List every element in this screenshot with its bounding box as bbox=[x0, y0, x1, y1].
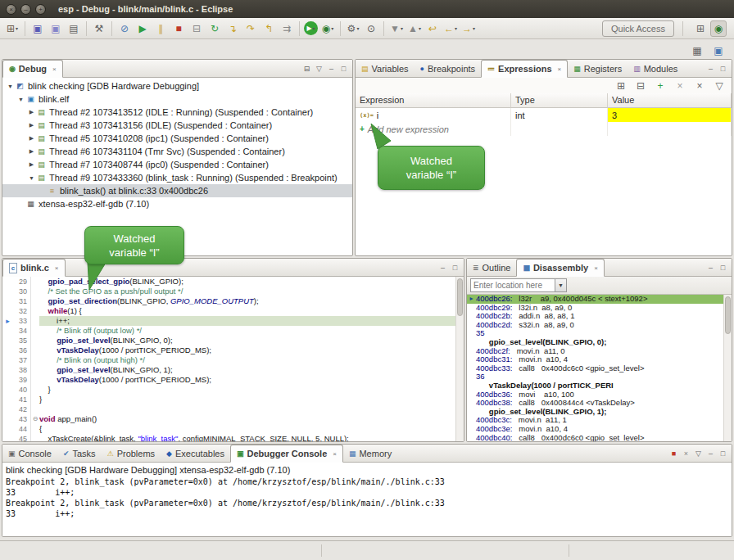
debug-tree-item[interactable]: ▦xtensa-esp32-elf-gdb (7.10) bbox=[2, 197, 352, 210]
disassembly-tab-outline[interactable]: ≣Outline bbox=[467, 259, 516, 276]
disassembly-line[interactable]: 400dbc2d: s32i.n a8, a9, 0 bbox=[467, 321, 723, 330]
maximize-view-icon[interactable]: □ bbox=[717, 261, 729, 273]
code-line[interactable]: 41} bbox=[2, 395, 455, 404]
expand-icon[interactable]: ▶ bbox=[27, 148, 36, 155]
collapse-icon[interactable]: ▼ bbox=[16, 97, 25, 102]
collapse-icon[interactable]: ▼ bbox=[27, 175, 36, 181]
code-line[interactable]: 40 } bbox=[2, 385, 455, 395]
console-tab-problems[interactable]: ⚠Problems bbox=[102, 445, 161, 462]
location-input[interactable] bbox=[470, 278, 555, 292]
minimize-view-icon[interactable]: – bbox=[325, 62, 338, 75]
tab-close-icon[interactable]: × bbox=[558, 65, 562, 73]
step-into-icon[interactable]: ↴ bbox=[224, 20, 241, 37]
expressions-tab-breakpoints[interactable]: ●Breakpoints bbox=[415, 60, 482, 77]
disassembly-line[interactable]: gpio_set_level(BLINK_GPIO, 0); bbox=[467, 338, 723, 347]
minimize-view-icon[interactable]: – bbox=[705, 447, 717, 459]
expressions-tab-variables[interactable]: ▤Variables bbox=[356, 60, 415, 77]
code-line[interactable]: 37 /* Blink on (output high) */ bbox=[2, 355, 455, 365]
debug-icon[interactable]: ◉▾ bbox=[319, 20, 336, 37]
collapse-all-icon[interactable]: ⊟ bbox=[632, 78, 649, 94]
disconnect-icon[interactable]: ⊟ bbox=[188, 20, 205, 37]
code-line[interactable]: 34 /* Blink off (output low) */ bbox=[2, 326, 455, 336]
print-icon[interactable]: ▤ bbox=[66, 20, 82, 37]
resume-icon[interactable]: ▶ bbox=[134, 20, 151, 37]
terminate-console-icon[interactable]: ■ bbox=[668, 447, 680, 459]
debug-tree-item[interactable]: ≡blink_task() at blink.c:33 0x400dbc26 bbox=[2, 184, 352, 197]
code-line[interactable]: ▸33 i++; bbox=[2, 316, 455, 326]
expressions-tab-modules[interactable]: ▥Modules bbox=[628, 60, 683, 77]
show-types-icon[interactable]: ⊞ bbox=[613, 78, 629, 94]
debug-tree-item[interactable]: ▼▣blink.elf bbox=[2, 93, 352, 106]
editor-scrollbar[interactable] bbox=[455, 277, 464, 441]
debug-view-menu-icon[interactable]: ▽ bbox=[313, 62, 325, 75]
debug-tab-debug[interactable]: ◉Debug× bbox=[2, 60, 63, 78]
build-icon[interactable]: ⚒ bbox=[91, 20, 107, 37]
step-return-icon[interactable]: ↰ bbox=[261, 20, 277, 37]
disasm-content[interactable]: ▸400dbc26: l32r a9, 0x400d045c < stext+1… bbox=[467, 295, 723, 441]
console-view-menu-icon[interactable]: ▽ bbox=[692, 447, 705, 459]
remove-all-expressions-icon[interactable]: × bbox=[691, 78, 708, 94]
disasm-scrollbar[interactable] bbox=[723, 295, 732, 441]
code-line[interactable]: 29 gpio_pad_select_gpio(BLINK_GPIO); bbox=[2, 277, 455, 287]
editor-tab-blink-c[interactable]: cblink.c× bbox=[2, 259, 66, 277]
debug-tree-item[interactable]: ▶▤Thread #7 1073408744 (ipc0) (Suspended… bbox=[2, 158, 352, 171]
disasm-scrollbar-thumb[interactable] bbox=[725, 296, 731, 334]
tab-close-icon[interactable]: × bbox=[594, 264, 598, 272]
column-header-value[interactable]: Value bbox=[608, 93, 732, 108]
code-line[interactable]: 30 /* Set the GPIO as a push/pull output… bbox=[2, 287, 455, 296]
disassembly-line[interactable]: ▸400dbc26: l32r a9, 0x400d045c < stext+1… bbox=[467, 295, 723, 304]
window-close-button[interactable]: × bbox=[6, 4, 16, 15]
console-tab-memory[interactable]: ▦Memory bbox=[343, 445, 397, 462]
suspend-icon[interactable]: ∥ bbox=[152, 20, 169, 37]
code-line[interactable]: 39 vTaskDelay(1000 / portTICK_PERIOD_MS)… bbox=[2, 375, 455, 385]
search-icon[interactable]: ⊙ bbox=[363, 20, 379, 37]
expand-icon[interactable]: ▶ bbox=[27, 109, 36, 115]
editor-scrollbar-thumb[interactable] bbox=[457, 278, 463, 316]
remove-launch-icon[interactable]: × bbox=[680, 447, 692, 459]
fold-collapse-icon[interactable]: ⊖ bbox=[30, 414, 39, 424]
step-over-icon[interactable]: ↷ bbox=[242, 20, 259, 37]
collapse-all-icon[interactable]: ⊟ bbox=[301, 62, 313, 75]
perspective-button-1[interactable]: ▦ bbox=[689, 43, 705, 59]
previous-annotation-icon[interactable]: ▲▾ bbox=[406, 20, 423, 37]
debug-tree-item[interactable]: ▶▤Thread #6 1073431104 (Tmr Svc) (Suspen… bbox=[2, 145, 352, 158]
console-tab-executables[interactable]: ◆Executables bbox=[161, 445, 230, 462]
console-tab-debugger-console[interactable]: ▣Debugger Console× bbox=[230, 445, 343, 463]
code-line[interactable]: 44{ bbox=[2, 424, 455, 434]
column-header-type[interactable]: Type bbox=[511, 93, 608, 108]
expand-icon[interactable]: ▶ bbox=[27, 135, 36, 142]
tab-close-icon[interactable]: × bbox=[55, 264, 59, 272]
collapse-icon[interactable]: ▼ bbox=[6, 84, 15, 89]
back-icon[interactable]: ←▾ bbox=[442, 20, 459, 37]
code-line[interactable]: 43⊖void app_main() bbox=[2, 414, 455, 424]
window-minimize-button[interactable]: – bbox=[20, 4, 31, 15]
location-dropdown-icon[interactable]: ▼ bbox=[555, 278, 567, 292]
minimize-view-icon[interactable]: – bbox=[705, 261, 717, 273]
new-wizard-icon[interactable]: ⊞▾ bbox=[4, 20, 20, 37]
terminate-icon[interactable]: ■ bbox=[170, 20, 187, 37]
maximize-view-icon[interactable]: □ bbox=[717, 447, 729, 459]
editor-code[interactable]: 29 gpio_pad_select_gpio(BLINK_GPIO);30 /… bbox=[2, 277, 455, 441]
code-line[interactable]: 35 gpio_set_level(BLINK_GPIO, 0); bbox=[2, 336, 455, 345]
disassembly-line[interactable]: vTaskDelay(1000 / portTICK_PERI bbox=[467, 382, 723, 391]
add-expression-icon[interactable]: + bbox=[652, 78, 668, 94]
disassembly-line[interactable]: 400dbc3e: movi.n a10, 4 bbox=[467, 425, 723, 434]
code-line[interactable]: 45 xTaskCreate(&blink_task, "blink_task"… bbox=[2, 434, 455, 441]
expand-icon[interactable]: ▶ bbox=[27, 161, 36, 168]
run-icon[interactable]: ▶▾ bbox=[304, 21, 318, 35]
minimize-view-icon[interactable]: – bbox=[437, 261, 449, 273]
maximize-view-icon[interactable]: □ bbox=[717, 62, 729, 75]
disassembly-line[interactable]: 400dbc40: call8 0x400dc6c0 <gpio_set_lev… bbox=[467, 434, 723, 442]
window-maximize-button[interactable]: + bbox=[35, 4, 46, 15]
external-tools-icon[interactable]: ⚙▾ bbox=[345, 20, 361, 37]
perspective-button-2[interactable]: ▣ bbox=[710, 43, 727, 59]
console-content[interactable]: blink checking [GDB Hardware Debugging] … bbox=[2, 463, 732, 536]
last-edit-location-icon[interactable]: ↩ bbox=[424, 20, 441, 37]
debug-tree-item[interactable]: ▶▤Thread #2 1073413512 (IDLE : Running) … bbox=[2, 106, 352, 119]
remove-expression-icon[interactable]: × bbox=[672, 78, 688, 94]
forward-icon[interactable]: →▾ bbox=[460, 20, 477, 37]
debug-tree-item[interactable]: ▶▤Thread #5 1073410208 (ipc1) (Suspended… bbox=[2, 132, 352, 145]
code-line[interactable]: 38 gpio_set_level(BLINK_GPIO, 1); bbox=[2, 365, 455, 375]
open-perspective-icon[interactable]: ⊞ bbox=[692, 20, 709, 37]
tab-close-icon[interactable]: × bbox=[52, 65, 57, 73]
